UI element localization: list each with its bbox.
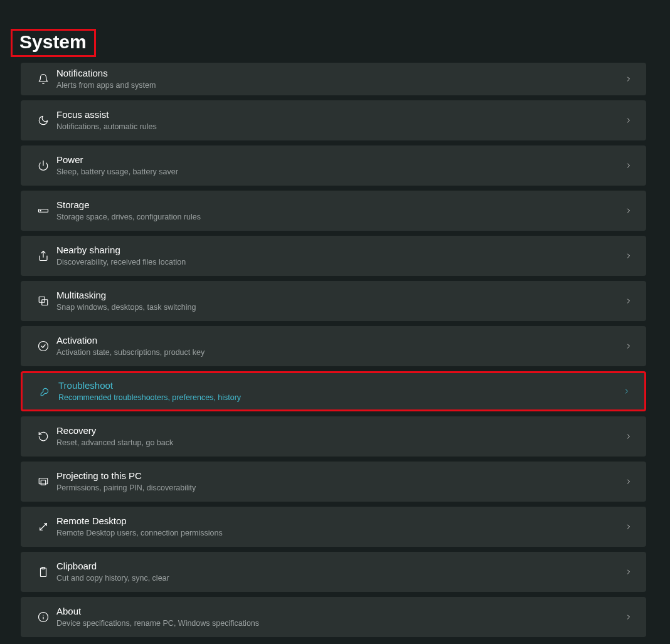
page-title: System <box>11 29 96 57</box>
chevron-right-icon <box>621 610 636 625</box>
list-item-focus-assist[interactable]: Focus assist Notifications, automatic ru… <box>21 100 646 140</box>
list-item-text: Projecting to this PC Permissions, pairi… <box>56 470 621 493</box>
svg-rect-7 <box>39 478 48 484</box>
list-item-text: Activation Activation state, subscriptio… <box>56 335 621 357</box>
chevron-right-icon <box>621 293 636 309</box>
item-title: Notifications <box>56 68 621 80</box>
chevron-right-icon <box>621 564 636 579</box>
item-title: Troubleshoot <box>58 380 619 392</box>
item-title: Nearby sharing <box>56 245 621 256</box>
item-subtitle: Alerts from apps and system <box>56 81 621 91</box>
item-subtitle: Discoverability, received files location <box>56 258 621 268</box>
info-icon <box>31 611 56 623</box>
list-item-text: Clipboard Cut and copy history, sync, cl… <box>56 561 621 583</box>
chevron-right-icon <box>621 203 636 218</box>
list-item-storage[interactable]: Storage Storage space, drives, configura… <box>21 191 646 231</box>
share-icon <box>31 250 56 261</box>
chevron-right-icon <box>621 429 636 444</box>
list-item-text: Troubleshoot Recommended troubleshooters… <box>58 380 619 403</box>
chevron-right-icon <box>621 158 636 173</box>
check-circle-icon <box>31 340 56 352</box>
item-subtitle: Reset, advanced startup, go back <box>56 438 621 448</box>
item-title: About <box>56 606 621 618</box>
item-subtitle: Notifications, automatic rules <box>56 122 621 132</box>
list-item-about[interactable]: About Device specifications, rename PC, … <box>21 597 646 637</box>
item-title: Focus assist <box>56 109 621 121</box>
chevron-right-icon <box>621 248 636 263</box>
clipboard-icon <box>31 566 56 578</box>
svg-point-6 <box>39 342 48 351</box>
list-item-text: Storage Storage space, drives, configura… <box>56 199 621 222</box>
projecting-icon <box>31 476 56 487</box>
chevron-right-icon <box>621 113 636 128</box>
item-subtitle: Recommended troubleshooters, preferences… <box>58 393 619 403</box>
svg-line-9 <box>40 524 47 531</box>
item-title: Activation <box>56 335 621 347</box>
list-item-clipboard[interactable]: Clipboard Cut and copy history, sync, cl… <box>21 552 646 592</box>
svg-point-2 <box>40 210 41 211</box>
list-item-text: Recovery Reset, advanced startup, go bac… <box>56 425 621 448</box>
multitasking-icon <box>31 295 56 307</box>
list-item-notifications[interactable]: Notifications Alerts from apps and syste… <box>21 63 646 95</box>
power-icon <box>31 160 56 171</box>
moon-icon <box>31 115 56 126</box>
chevron-right-icon <box>621 339 636 354</box>
wrench-icon <box>33 386 58 397</box>
item-subtitle: Device specifications, rename PC, Window… <box>56 619 621 629</box>
list-item-recovery[interactable]: Recovery Reset, advanced startup, go bac… <box>21 416 646 457</box>
item-subtitle: Snap windows, desktops, task switching <box>56 303 621 313</box>
chevron-right-icon <box>621 71 636 87</box>
remote-desktop-icon <box>31 521 56 532</box>
item-subtitle: Sleep, battery usage, battery saver <box>56 167 621 177</box>
chevron-right-icon <box>619 384 634 399</box>
list-item-troubleshoot[interactable]: Troubleshoot Recommended troubleshooters… <box>21 371 646 411</box>
list-item-text: About Device specifications, rename PC, … <box>56 606 621 628</box>
item-subtitle: Remote Desktop users, connection permiss… <box>56 529 621 539</box>
list-item-text: Multitasking Snap windows, desktops, tas… <box>56 290 621 312</box>
list-item-text: Power Sleep, battery usage, battery save… <box>56 154 621 177</box>
item-title: Clipboard <box>56 561 621 573</box>
item-title: Power <box>56 154 621 166</box>
list-item-power[interactable]: Power Sleep, battery usage, battery save… <box>21 145 646 186</box>
list-item-projecting[interactable]: Projecting to this PC Permissions, pairi… <box>21 462 646 502</box>
list-item-text: Nearby sharing Discoverability, received… <box>56 245 621 267</box>
list-item-text: Focus assist Notifications, automatic ru… <box>56 109 621 132</box>
list-item-multitasking[interactable]: Multitasking Snap windows, desktops, tas… <box>21 281 646 321</box>
bell-icon <box>31 73 56 85</box>
item-title: Storage <box>56 199 621 211</box>
chevron-right-icon <box>621 519 636 534</box>
chevron-right-icon <box>621 474 636 489</box>
item-title: Multitasking <box>56 290 621 302</box>
item-subtitle: Storage space, drives, configuration rul… <box>56 213 621 223</box>
item-title: Recovery <box>56 425 621 437</box>
item-subtitle: Permissions, pairing PIN, discoverabilit… <box>56 483 621 494</box>
list-item-remote-desktop[interactable]: Remote Desktop Remote Desktop users, con… <box>21 507 646 547</box>
list-item-text: Remote Desktop Remote Desktop users, con… <box>56 515 621 538</box>
settings-list: Notifications Alerts from apps and syste… <box>21 63 646 642</box>
list-item-text: Notifications Alerts from apps and syste… <box>56 68 621 90</box>
item-title: Remote Desktop <box>56 515 621 527</box>
item-subtitle: Activation state, subscriptions, product… <box>56 348 621 358</box>
item-subtitle: Cut and copy history, sync, clear <box>56 574 621 584</box>
list-item-activation[interactable]: Activation Activation state, subscriptio… <box>21 326 646 366</box>
list-item-nearby-sharing[interactable]: Nearby sharing Discoverability, received… <box>21 236 646 276</box>
recovery-icon <box>31 431 56 442</box>
storage-icon <box>31 205 56 216</box>
item-title: Projecting to this PC <box>56 470 621 482</box>
